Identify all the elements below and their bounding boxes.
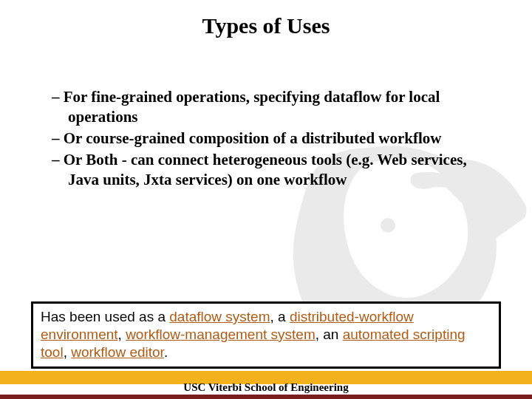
footer-red-stripe [0,395,532,399]
callout-highlight: workflow-management system [126,327,316,342]
callout-text: , [64,344,72,360]
bullet-item: Or Both - can connect heterogeneous tool… [52,150,495,190]
callout-text: . [164,344,168,360]
callout-box: Has been used as a dataflow system, a di… [31,301,501,369]
callout-highlight: workflow editor [71,344,164,360]
callout-text: Has been used as a [41,309,169,324]
footer-bar: USC Viterbi School of Engineering [0,371,532,399]
bullet-item: Or course-grained composition of a distr… [52,129,495,149]
footer-text: USC Viterbi School of Engineering [0,381,532,394]
callout-highlight: dataflow system [169,309,270,324]
callout-text: , an [316,327,343,342]
svg-point-0 [381,218,395,233]
callout-text: , [118,327,126,342]
bullet-item: For fine-grained operations, specifying … [52,87,495,127]
callout-text: , a [270,309,290,324]
slide-title: Types of Uses [0,0,532,38]
bullet-list: For fine-grained operations, specifying … [52,87,495,191]
